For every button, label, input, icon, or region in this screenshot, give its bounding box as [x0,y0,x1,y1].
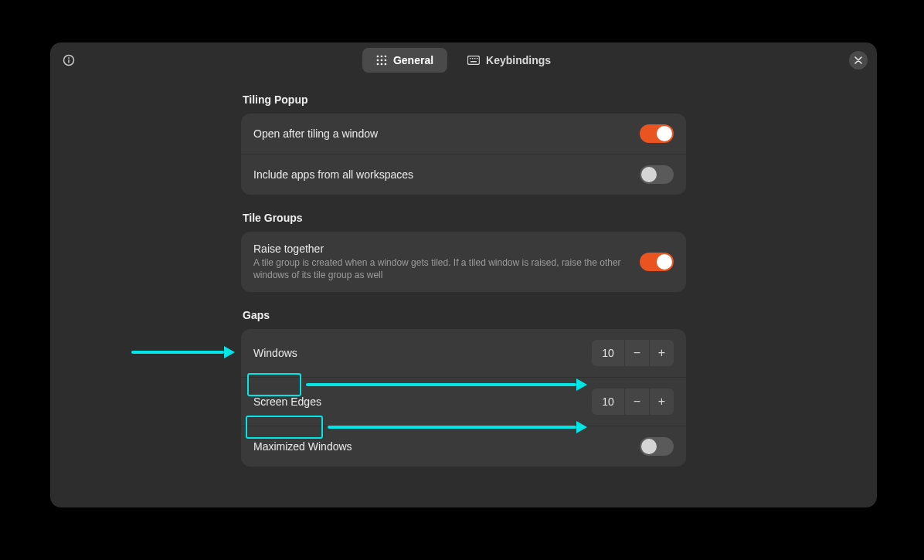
plus-icon: + [658,395,665,409]
toggle-raise-together[interactable] [640,253,674,271]
svg-point-9 [377,63,379,66]
toggle-include-all-workspaces[interactable] [640,165,674,184]
svg-point-8 [385,59,387,62]
label-raise-together: Raise together [253,243,640,255]
input-gaps-screen-edges[interactable] [592,389,624,415]
svg-point-6 [377,59,379,62]
plus-button-gaps-screen-edges[interactable]: + [649,389,674,415]
info-icon [63,54,75,66]
sub-raise-together: A tile group is created when a window ge… [253,256,640,281]
label-gaps-maximized: Maximized Windows [253,440,640,453]
row-raise-together: Raise together A tile group is created w… [241,232,686,292]
svg-point-10 [381,63,383,66]
preferences-window: General Keybindings [50,42,877,507]
minus-button-gaps-screen-edges[interactable]: − [624,389,649,415]
svg-rect-13 [470,58,471,59]
label-gaps-screen-edges: Screen Edges [253,395,592,408]
svg-rect-17 [470,61,477,63]
content-area: Tiling Popup Open after tiling a window … [50,78,877,507]
spin-gaps-windows: − + [592,340,674,366]
svg-point-3 [377,56,379,58]
grid-icon [376,55,387,66]
svg-point-4 [381,56,383,58]
toggle-gaps-maximized[interactable] [640,437,674,456]
svg-point-1 [68,57,70,59]
spin-gaps-screen-edges: − + [592,389,674,415]
label-gaps-windows: Windows [253,347,592,359]
minus-icon: − [634,346,640,360]
minus-button-gaps-windows[interactable]: − [624,340,649,366]
tab-general-label: General [393,54,433,66]
plus-button-gaps-windows[interactable]: + [649,340,674,366]
tab-keybindings-label: Keybindings [486,54,551,66]
keyboard-icon [467,56,480,65]
tab-general[interactable]: General [362,48,447,73]
tab-keybindings[interactable]: Keybindings [454,48,565,73]
svg-rect-16 [477,58,478,59]
section-title-tiling-popup: Tiling Popup [243,93,686,106]
plus-icon: + [658,346,665,360]
minus-icon: − [634,395,640,409]
group-tile-groups: Raise together A tile group is created w… [241,232,686,292]
svg-rect-14 [472,58,474,59]
row-open-after-tiling: Open after tiling a window [241,114,686,154]
toggle-open-after-tiling[interactable] [640,124,674,143]
svg-point-7 [381,59,383,62]
input-gaps-windows[interactable] [592,340,624,366]
section-title-tile-groups: Tile Groups [243,212,686,224]
info-button[interactable] [59,51,78,70]
close-button[interactable] [849,51,868,70]
group-tiling-popup: Open after tiling a window Include apps … [241,114,686,195]
label-open-after-tiling: Open after tiling a window [253,127,640,140]
section-title-gaps: Gaps [243,309,686,321]
svg-point-5 [385,56,387,58]
row-gaps-maximized: Maximized Windows [241,426,686,467]
row-include-all-workspaces: Include apps from all workspaces [241,154,686,195]
titlebar: General Keybindings [50,42,877,78]
row-gaps-windows: Windows − + [241,329,686,378]
tab-switcher: General Keybindings [362,48,565,73]
label-include-all-workspaces: Include apps from all workspaces [253,168,640,181]
close-icon [854,56,862,64]
svg-rect-15 [474,58,476,59]
svg-rect-2 [68,59,70,63]
group-gaps: Windows − + Screen Edges [241,329,686,467]
svg-rect-12 [468,56,480,65]
row-gaps-screen-edges: Screen Edges − + [241,378,686,426]
svg-point-11 [385,63,387,66]
